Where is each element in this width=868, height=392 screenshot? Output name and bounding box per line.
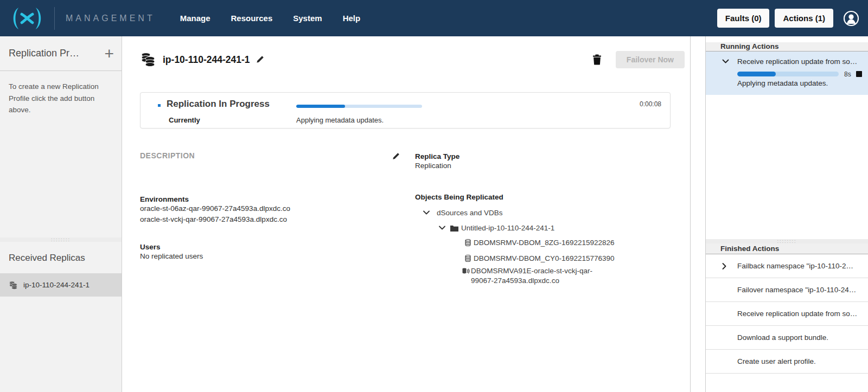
- page-title: ip-10-110-244-241-1: [163, 54, 250, 66]
- finished-action-label: Create user alert profile.: [737, 357, 863, 365]
- progress-title: Replication In Progress: [167, 99, 270, 110]
- vdb-database-icon: [465, 255, 471, 262]
- folder-icon: [450, 225, 458, 232]
- vdb-database-icon: [465, 239, 471, 246]
- actions-panel: Running Actions Receive replication upda…: [705, 36, 868, 392]
- app-window: MANAGEMENT Manage Resources System Help …: [0, 0, 868, 392]
- running-action-title: Receive replication update from so…: [737, 57, 862, 66]
- top-navbar: MANAGEMENT Manage Resources System Help …: [0, 0, 868, 36]
- users-label: Users: [140, 243, 411, 251]
- trash-icon: [592, 54, 602, 65]
- progress-elapsed-time: 0:00:08: [640, 100, 661, 108]
- menu-item-system[interactable]: System: [293, 14, 322, 23]
- dsource-database-icon: [462, 268, 470, 274]
- replica-stack-icon: [9, 281, 18, 290]
- environment-item: oracle-st-vckj-qar-99067-27a4593a.dlpxdc…: [140, 214, 411, 225]
- chevron-down-icon[interactable]: [439, 226, 445, 230]
- replication-progress-fill: [296, 105, 345, 108]
- chevron-down-icon[interactable]: [423, 210, 430, 215]
- tree-node-container[interactable]: Untitled-ip-10-110-244-241-1: [415, 224, 648, 232]
- users-value: No replicated users: [140, 251, 411, 262]
- tree-node-dsource[interactable]: DBOMSRMVA91E-oracle-st-vckj-qar-99067-27…: [415, 266, 594, 286]
- finished-action-label: Failback namespace "ip-10-110-2…: [737, 262, 863, 270]
- panel-resize-handle[interactable]: ::::::::: [706, 239, 868, 243]
- stop-action-button stop-icon[interactable]: [856, 71, 862, 77]
- finished-action-item[interactable]: Failover namespace "ip-10-110-24…: [706, 278, 868, 302]
- edit-description-button[interactable]: [392, 152, 400, 160]
- user-avatar-icon[interactable]: [843, 10, 859, 27]
- running-action-elapsed: 8s: [844, 70, 851, 78]
- environments-label: Environments: [140, 195, 411, 203]
- actions-button[interactable]: Actions (1): [775, 9, 833, 28]
- delete-replica-button[interactable]: [592, 54, 602, 65]
- panel-spacer: [706, 95, 868, 239]
- menu-item-help[interactable]: Help: [343, 14, 361, 23]
- replication-profiles-header: Replication Pr… +: [0, 36, 122, 71]
- content-panel-gutter: [690, 36, 705, 392]
- description-header: DESCRIPTION: [140, 151, 195, 160]
- replica-type-value: Replication: [415, 160, 648, 171]
- main-content: ip-10-110-244-241-1 Failover Now Replica…: [123, 36, 690, 392]
- tree-node-label: DBOMSRMVA91E-oracle-st-vckj-qar-99067-27…: [471, 267, 592, 285]
- progress-bullet: [158, 104, 161, 107]
- chevron-down-icon[interactable]: [722, 59, 729, 64]
- pencil-icon: [256, 55, 264, 64]
- running-action-item[interactable]: Receive replication update from so… 8s A…: [706, 52, 868, 95]
- finished-actions-header: Finished Actions: [706, 243, 868, 254]
- tree-node-label: DBOMSRMV-DBOM_8ZG-1692215922826: [474, 239, 615, 247]
- empty-profiles-hint: To create a new Replication Profile clic…: [0, 71, 122, 116]
- running-actions-header: Running Actions: [706, 42, 868, 52]
- replica-title-row: ip-10-110-244-241-1 Failover Now: [140, 48, 685, 72]
- replication-progress-card: Replication In Progress 0:00:08 Currentl…: [140, 92, 671, 128]
- replica-meta-column: Replica Type Replication Objects Being R…: [415, 152, 648, 286]
- tree-node-vdb[interactable]: DBOMSRMV-DBOM_CY0-1692215776390: [415, 254, 648, 262]
- objects-being-replicated-header: Objects Being Replicated: [415, 193, 648, 201]
- finished-action-label: Download a support bundle.: [737, 333, 863, 342]
- finished-action-item[interactable]: Failback namespace "ip-10-110-2…: [706, 254, 868, 278]
- finished-action-item[interactable]: Create user alert profile.: [706, 350, 868, 374]
- navbar-divider: [54, 7, 55, 30]
- received-replicas-header: Received Replicas: [0, 242, 122, 264]
- environment-item: oracle-st-06az-qar-99067-27a4593a.dlpxdc…: [140, 203, 411, 214]
- menu-item-resources[interactable]: Resources: [231, 14, 273, 23]
- failover-now-button[interactable]: Failover Now: [616, 51, 685, 68]
- tree-node-dsources-vdbs[interactable]: dSources and VDBs: [415, 209, 648, 217]
- replica-type-label: Replica Type: [415, 152, 648, 160]
- chevron-right-icon[interactable]: [722, 263, 726, 269]
- sidebar-resize-handle[interactable]: ::::::::: [0, 237, 122, 242]
- edit-title-button[interactable]: [256, 55, 264, 64]
- finished-action-item[interactable]: Download a support bundle.: [706, 326, 868, 350]
- main-menu: Manage Resources System Help: [180, 14, 360, 23]
- pencil-icon: [392, 152, 400, 160]
- tree-node-label: Untitled-ip-10-110-244-241-1: [461, 224, 554, 232]
- brand-label: MANAGEMENT: [66, 14, 155, 23]
- menu-item-manage[interactable]: Manage: [180, 14, 210, 23]
- delphix-logo-icon[interactable]: [0, 6, 54, 31]
- add-profile-button plus-icon[interactable]: +: [104, 48, 114, 60]
- database-stack-icon: [140, 52, 156, 67]
- tree-node-label: DBOMSRMV-DBOM_CY0-1692215776390: [474, 254, 615, 262]
- replication-sidebar: Replication Pr… + To create a new Replic…: [0, 36, 122, 392]
- sidebar-item-replica-label: ip-10-110-244-241-1: [23, 281, 90, 289]
- tree-node-label: dSources and VDBs: [437, 209, 503, 217]
- currently-label: Currently: [169, 116, 200, 124]
- finished-action-label: Failover namespace "ip-10-110-24…: [737, 286, 863, 294]
- running-action-progress-bar: [737, 72, 839, 76]
- running-action-progress-fill: [737, 72, 776, 76]
- replication-progress-bar: [296, 105, 422, 108]
- sidebar-item-replica[interactable]: ip-10-110-244-241-1: [0, 273, 122, 297]
- progress-status-text: Applying metadata updates.: [296, 116, 384, 124]
- tree-node-vdb[interactable]: DBOMSRMV-DBOM_8ZG-1692215922826: [415, 239, 648, 247]
- faults-button[interactable]: Faults (0): [717, 9, 770, 28]
- description-column: DESCRIPTION Environments oracle-st-06az-…: [140, 151, 411, 262]
- replication-profiles-title: Replication Pr…: [9, 48, 104, 59]
- running-action-status: Applying metadata updates.: [737, 79, 868, 87]
- finished-action-item[interactable]: Receive replication update from so…: [706, 302, 868, 326]
- finished-action-label: Receive replication update from so…: [737, 310, 863, 318]
